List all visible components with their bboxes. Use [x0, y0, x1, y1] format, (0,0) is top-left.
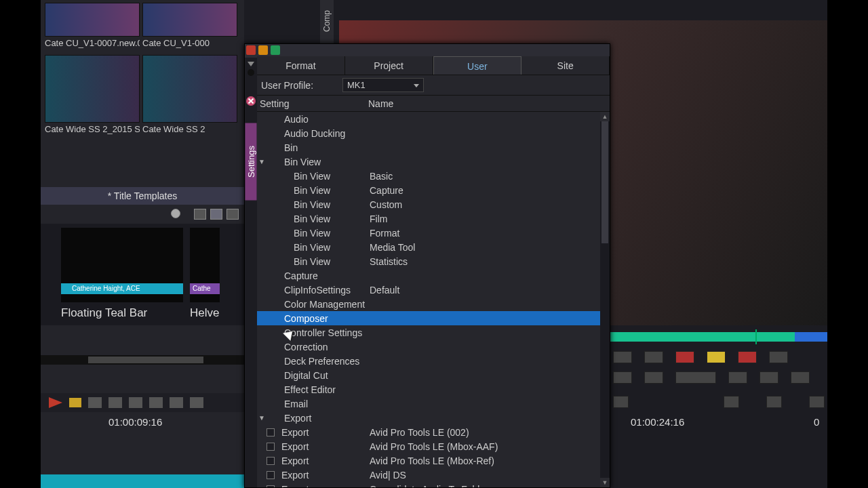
- cut-icon[interactable]: [88, 397, 102, 408]
- settings-row-capture[interactable]: Capture: [257, 268, 600, 283]
- settings-row-export[interactable]: ExportAvid Pro Tools LE (Mbox-Ref): [257, 453, 600, 468]
- row-checkbox[interactable]: [267, 443, 277, 451]
- user-profile-select[interactable]: MK1: [342, 78, 424, 92]
- settings-row-export[interactable]: ExportAvid| DS: [257, 468, 600, 482]
- settings-row-bin-view[interactable]: Bin ViewCustom: [257, 197, 600, 211]
- tab-user[interactable]: User: [433, 56, 522, 75]
- settings-row-color-management[interactable]: Color Management: [257, 297, 600, 311]
- record-icon[interactable]: [49, 397, 62, 408]
- column-header-setting[interactable]: Setting: [257, 96, 366, 111]
- bin-header[interactable]: * Title Templates: [41, 187, 244, 205]
- link-icon[interactable]: [791, 371, 810, 384]
- settings-row-export[interactable]: ExportConsolidate Audio To Folder: [257, 482, 600, 487]
- marker-icon[interactable]: [69, 398, 81, 407]
- clip-item[interactable]: Cate Wide SS 2_2015 Sub: [45, 55, 140, 138]
- clip-item[interactable]: Cate CU_V1-000: [142, 3, 237, 52]
- row-setting-label: Export: [277, 441, 367, 452]
- settings-row-bin-view[interactable]: Bin ViewCapture: [257, 183, 600, 197]
- timeline-toolbar: [41, 393, 244, 412]
- settings-row-audio[interactable]: Audio: [257, 112, 600, 126]
- settings-row-export[interactable]: ExportAvid Pro Tools LE (002): [257, 425, 600, 439]
- sidebar-dot-icon[interactable]: [248, 69, 254, 76]
- bin-knob-icon[interactable]: [171, 209, 180, 218]
- settings-row-export[interactable]: ExportAvid Pro Tools LE (Mbox-AAF): [257, 439, 600, 453]
- clip-item[interactable]: Cate CU_V1-0007.new.01: [45, 3, 140, 52]
- scroll-thumb[interactable]: [601, 121, 608, 243]
- clear-marks-icon[interactable]: [675, 351, 694, 363]
- play-icon[interactable]: [644, 371, 663, 384]
- mark-in-icon[interactable]: [613, 351, 632, 363]
- step-back-icon[interactable]: [613, 371, 632, 384]
- lift-icon[interactable]: [108, 397, 122, 408]
- window-close-icon[interactable]: [246, 45, 256, 55]
- row-name-label: Avid Pro Tools LE (Mbox-Ref): [367, 455, 600, 466]
- splice-icon[interactable]: [170, 397, 183, 408]
- disclosure-triangle-icon[interactable]: ▼: [257, 158, 267, 165]
- bin-horizontal-scrollbar[interactable]: [41, 355, 244, 365]
- column-header-name[interactable]: Name: [366, 96, 610, 111]
- settings-row-bin-view[interactable]: Bin ViewFilm: [257, 211, 600, 226]
- view-frame-icon[interactable]: [210, 209, 222, 220]
- composer-tab[interactable]: Comp: [320, 0, 334, 46]
- sidebar-close-icon[interactable]: [246, 96, 256, 106]
- remove-marker-icon[interactable]: [738, 351, 757, 363]
- settings-row-audio-ducking[interactable]: Audio Ducking: [257, 126, 600, 140]
- mark-clip-icon[interactable]: [644, 351, 663, 363]
- row-checkbox[interactable]: [267, 428, 277, 436]
- settings-row-bin[interactable]: Bin: [257, 140, 600, 155]
- chevron-down-icon[interactable]: [248, 62, 254, 66]
- row-checkbox[interactable]: [267, 485, 277, 488]
- settings-row-deck-preferences[interactable]: Deck Preferences: [257, 354, 600, 368]
- trim-left-icon[interactable]: [724, 396, 739, 408]
- clip-item[interactable]: Cate Wide SS 2: [142, 55, 237, 138]
- sidebar-tab-settings[interactable]: Settings: [245, 123, 257, 201]
- title-clip[interactable]: Cathe Helve: [190, 228, 220, 320]
- row-checkbox[interactable]: [267, 457, 277, 465]
- row-setting-label: Audio Ducking: [277, 128, 367, 139]
- timeline-track-right-b[interactable]: [795, 332, 827, 342]
- window-minimize-icon[interactable]: [258, 45, 268, 55]
- scroll-up-icon[interactable]: ▲: [600, 112, 610, 121]
- view-script-icon[interactable]: [226, 209, 239, 220]
- settings-row-bin-view[interactable]: Bin ViewStatistics: [257, 254, 600, 268]
- settings-row-bin-view[interactable]: Bin ViewBasic: [257, 169, 600, 183]
- settings-row-effect-editor[interactable]: Effect Editor: [257, 382, 600, 396]
- settings-vertical-scrollbar[interactable]: ▲ ▼: [600, 112, 610, 487]
- timeline-position-indicator[interactable]: [755, 329, 757, 344]
- settings-row-bin-view[interactable]: ▼Bin View: [257, 155, 600, 169]
- scroll-down-icon[interactable]: ▼: [600, 478, 610, 487]
- settings-row-composer[interactable]: Composer: [257, 311, 600, 325]
- grid-icon[interactable]: [769, 351, 788, 363]
- row-setting-label: Export: [277, 455, 367, 466]
- extract-icon[interactable]: [129, 397, 142, 408]
- nine-split-icon[interactable]: [760, 371, 778, 384]
- settings-list[interactable]: AudioAudio DuckingBin▼Bin ViewBin ViewBa…: [257, 112, 600, 487]
- row-setting-label: Bin View: [277, 199, 367, 210]
- center-duration-icon[interactable]: [613, 396, 629, 408]
- clip-label: Cate CU_V1-0007.new.01: [45, 37, 140, 52]
- timeline-track[interactable]: [41, 474, 244, 488]
- quad-split-icon[interactable]: [728, 371, 747, 384]
- row-name-label: Avid Pro Tools LE (002): [367, 427, 600, 438]
- tab-project[interactable]: Project: [345, 56, 433, 75]
- row-checkbox[interactable]: [267, 471, 277, 479]
- settings-row-correction[interactable]: Correction: [257, 340, 600, 354]
- tab-format[interactable]: Format: [257, 56, 345, 75]
- tab-site[interactable]: Site: [521, 56, 610, 75]
- trim-both-icon[interactable]: [809, 396, 825, 408]
- settings-row-email[interactable]: Email: [257, 396, 600, 411]
- settings-row-controller-settings[interactable]: Controller Settings: [257, 325, 600, 340]
- settings-row-digital-cut[interactable]: Digital Cut: [257, 368, 600, 382]
- settings-row-bin-view[interactable]: Bin ViewFormat: [257, 226, 600, 240]
- overwrite-icon[interactable]: [190, 397, 203, 408]
- disclosure-triangle-icon[interactable]: ▼: [257, 414, 267, 422]
- window-maximize-icon[interactable]: [271, 45, 280, 55]
- settings-row-clipinfosettings[interactable]: ClipInfoSettingsDefault: [257, 283, 600, 297]
- settings-row-export[interactable]: ▼Export: [257, 411, 600, 425]
- view-text-icon[interactable]: [194, 209, 206, 220]
- add-marker-icon[interactable]: [707, 351, 726, 363]
- settings-row-bin-view[interactable]: Bin ViewMedia Tool: [257, 240, 600, 254]
- trim-icon[interactable]: [149, 397, 163, 408]
- title-clip[interactable]: Catherine Haight, ACE Floating Teal Bar: [61, 228, 183, 320]
- trim-right-icon[interactable]: [766, 396, 782, 408]
